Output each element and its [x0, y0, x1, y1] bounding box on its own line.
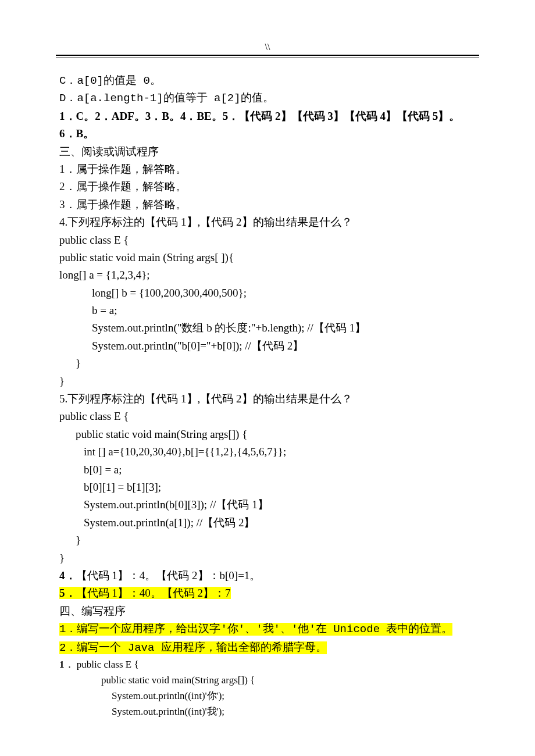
sec3-q5: 5.下列程序标注的【代码 1】,【代码 2】的输出结果是什么？: [59, 390, 476, 408]
code5-line-4: b[0] = a;: [59, 461, 476, 479]
section-4-title: 四、编写程序: [59, 602, 476, 620]
code5-line-8: }: [59, 532, 476, 549]
header-rule-bottom: [56, 58, 479, 58]
code4-line-4: long[] b = {100,200,300,400,500};: [59, 284, 476, 302]
code4-line-3: long[] a = {1,2,3,4};: [59, 266, 476, 284]
code5-line-1: public class E {: [59, 408, 476, 425]
code4-line-2: public static void main (String args[ ])…: [59, 249, 476, 266]
answer-5: 5．【代码 1】：40。【代码 2】：7: [59, 584, 476, 602]
answer-4: 4．【代码 1】：4。【代码 2】：b[0]=1。: [59, 567, 476, 584]
sec4-a1-line-2: public static void main(String args[]) {: [59, 672, 476, 688]
header-rule-top: [56, 55, 479, 56]
code5-line-3: int [] a={10,20,30,40},b[]={{1,2},{4,5,6…: [59, 443, 476, 461]
sec3-item-1: 1．属于操作题，解答略。: [59, 161, 476, 178]
sec3-q4: 4.下列程序标注的【代码 1】,【代码 2】的输出结果是什么？: [59, 213, 476, 231]
sec4-a1-line-3: System.out.println((int)'你');: [59, 688, 476, 704]
answer-4-rest: 【代码 1】：4。【代码 2】：b[0]=1。: [76, 569, 261, 582]
sec4-q2-text: 2．编写一个 Java 应用程序，输出全部的希腊字母。: [59, 641, 327, 654]
option-c: C．a[0]的值是 0。: [59, 72, 476, 90]
option-d: D．a[a.length-1]的值等于 a[2]的值。: [59, 90, 476, 107]
sec4-q2: 2．编写一个 Java 应用程序，输出全部的希腊字母。: [59, 639, 476, 657]
code5-line-5: b[0][1] = b[1][3];: [59, 479, 476, 496]
answers-line-1: 1．C。2．ADF。3．B。4．BE。5．【代码 2】【代码 3】【代码 4】【…: [59, 108, 476, 143]
sec4-a1-line-1: 1． public class E {: [59, 657, 476, 672]
body-content: C．a[0]的值是 0。 D．a[a.length-1]的值等于 a[2]的值。…: [59, 72, 476, 720]
sec3-item-3: 3．属于操作题，解答略。: [59, 196, 476, 213]
answer-5-pre: 5．: [59, 587, 76, 599]
sec4-a1-pre: 1: [59, 659, 65, 670]
code4-line-5: b = a;: [59, 302, 476, 319]
sec4-a1-rest: ． public class E {: [65, 659, 139, 670]
code4-line-8: }: [59, 355, 476, 372]
answer-5-rest: 【代码 1】：40。【代码 2】：7: [76, 587, 231, 599]
code5-line-2: public static void main(String args[]) {: [59, 426, 476, 443]
sec4-a1-line-4: System.out.println((int)'我');: [59, 704, 476, 719]
answer-4-pre: 4．: [59, 569, 76, 582]
sec4-q1: 1．编写一个应用程序，给出汉字'你'、'我'、'他'在 Unicode 表中的位…: [59, 620, 476, 638]
document-page: \\ C．a[0]的值是 0。 D．a[a.length-1]的值等于 a[2]…: [0, 0, 535, 756]
code4-line-1: public class E {: [59, 231, 476, 249]
sec4-q1-text: 1．编写一个应用程序，给出汉字'你'、'我'、'他'在 Unicode 表中的位…: [59, 623, 452, 636]
code5-line-9: }: [59, 550, 476, 567]
code4-line-9: }: [59, 373, 476, 390]
sec3-item-2: 2．属于操作题，解答略。: [59, 178, 476, 195]
code4-line-7: System.out.println("b[0]="+b[0]); //【代码 …: [59, 337, 476, 355]
answers-line-1-text: 1．C。2．ADF。3．B。4．BE。5．【代码 2】【代码 3】【代码 4】【…: [59, 110, 460, 140]
section-3-title: 三、阅读或调试程序: [59, 143, 476, 161]
code5-line-7: System.out.println(a[1]); //【代码 2】: [59, 514, 476, 532]
code5-line-6: System.out.println(b[0][3]); //【代码 1】: [59, 496, 476, 513]
code4-line-6: System.out.println("数组 b 的长度:"+b.length)…: [59, 319, 476, 337]
header-mark: \\: [59, 42, 476, 52]
